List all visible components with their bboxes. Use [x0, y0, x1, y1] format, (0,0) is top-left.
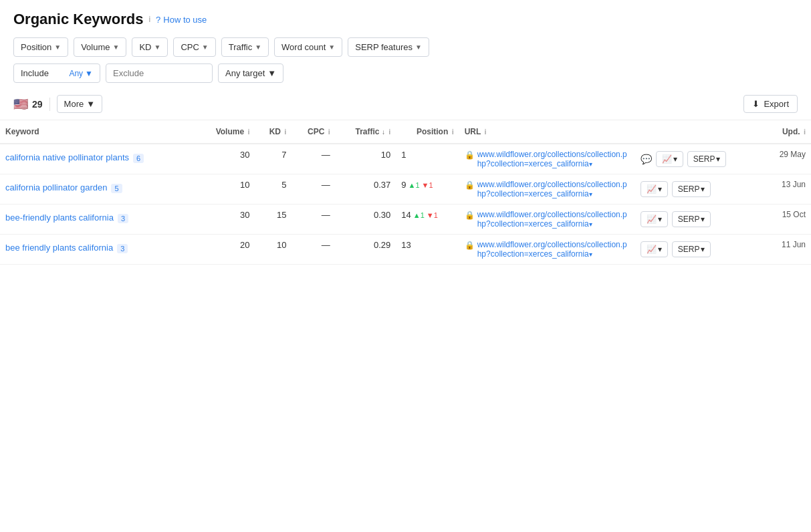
- toolbar-divider: [49, 98, 50, 111]
- how-to-use-link[interactable]: ? How to use: [156, 15, 207, 25]
- trend-button-2[interactable]: 📈 ▾: [641, 211, 668, 227]
- traffic-filter[interactable]: Traffic ▼: [221, 37, 269, 57]
- cpc-cell-0: —: [292, 144, 335, 174]
- export-icon: ⬇: [752, 99, 760, 109]
- url-cell-1: 🔒 www.wildflower.org/collections/collect…: [459, 174, 635, 205]
- kd-info-icon: i: [284, 128, 286, 136]
- keyword-link-3[interactable]: bee friendly plants california: [5, 243, 113, 253]
- serp-features-filter[interactable]: SERP features ▼: [348, 37, 429, 57]
- keywords-table: Keyword Volume i KD i CPC i Traffic ↓: [0, 120, 811, 265]
- kd-filter-arrow: ▼: [154, 43, 161, 51]
- any-arrow-icon: ▼: [85, 69, 93, 78]
- kd-filter[interactable]: KD ▼: [132, 37, 168, 57]
- url-caret-1[interactable]: ▾: [589, 190, 592, 198]
- url-caret-0[interactable]: ▾: [589, 160, 592, 168]
- url-link-3[interactable]: www.wildflower.org/collections/collectio…: [477, 240, 630, 259]
- kd-filter-label: KD: [139, 42, 151, 52]
- export-button[interactable]: ⬇ Export: [743, 95, 798, 113]
- more-button[interactable]: More ▼: [57, 95, 103, 113]
- upd-cell-0: 29 May: [762, 144, 811, 174]
- serp-button-3[interactable]: SERP ▾: [672, 241, 711, 257]
- actions-cell-0: 💬 📈 ▾ SERP ▾: [635, 144, 762, 174]
- pos-dn-1: ▼1: [422, 181, 433, 189]
- serp-button-0[interactable]: SERP ▾: [687, 151, 727, 167]
- traffic-filter-arrow: ▼: [255, 43, 261, 51]
- title-info-icon: i: [148, 15, 150, 24]
- url-caret-3[interactable]: ▾: [589, 251, 592, 258]
- position-cell-2: 14▲1▼1: [396, 205, 459, 235]
- upd-cell-1: 13 Jun: [762, 174, 811, 205]
- chat-icon-0[interactable]: 💬: [641, 154, 652, 164]
- keyword-link-1[interactable]: california pollinator garden: [5, 182, 107, 192]
- upd-cell-2: 15 Oct: [762, 205, 811, 235]
- cpc-filter-label: CPC: [181, 42, 199, 52]
- exclude-input[interactable]: [106, 63, 213, 83]
- keyword-cell-1: california pollinator garden5: [0, 174, 197, 205]
- upd-info-icon: i: [804, 128, 806, 136]
- upd-cell-3: 11 Jun: [762, 235, 811, 265]
- volume-cell-0: 30: [197, 144, 255, 174]
- volume-info-icon: i: [247, 128, 249, 136]
- trend-arrow-3: ▾: [658, 245, 662, 254]
- include-label: Include: [21, 68, 49, 78]
- volume-cell-3: 20: [197, 235, 255, 265]
- lock-icon-1: 🔒: [465, 180, 475, 190]
- question-icon: ?: [156, 15, 160, 25]
- serp-features-filter-arrow: ▼: [415, 43, 422, 51]
- traffic-cell-3: 0.29: [336, 235, 396, 265]
- any-dropdown[interactable]: Any ▼: [69, 69, 93, 78]
- country-count: 🇺🇸 29: [13, 97, 43, 112]
- traffic-filter-label: Traffic: [229, 42, 252, 52]
- serp-button-2[interactable]: SERP ▾: [672, 211, 711, 227]
- more-arrow-icon: ▼: [86, 99, 95, 109]
- serp-button-1[interactable]: SERP ▾: [672, 181, 711, 197]
- cpc-filter[interactable]: CPC ▼: [173, 37, 215, 57]
- position-value-0: 1: [401, 150, 406, 160]
- position-value-3: 13: [401, 240, 411, 250]
- keyword-link-2[interactable]: bee-friendly plants california: [5, 213, 114, 223]
- word-count-badge-3: 3: [117, 244, 128, 253]
- word-count-filter[interactable]: Word count ▼: [274, 37, 342, 57]
- url-link-2[interactable]: www.wildflower.org/collections/collectio…: [477, 210, 630, 229]
- keyword-link-0[interactable]: california native pollinator plants: [5, 152, 129, 162]
- actions-cell-1: 📈 ▾ SERP ▾: [635, 174, 762, 205]
- trend-button-3[interactable]: 📈 ▾: [641, 241, 668, 257]
- url-cell-3: 🔒 www.wildflower.org/collections/collect…: [459, 235, 635, 265]
- trend-button-1[interactable]: 📈 ▾: [641, 181, 668, 197]
- url-cell-2: 🔒 www.wildflower.org/collections/collect…: [459, 205, 635, 235]
- position-cell-0: 1: [396, 144, 459, 174]
- include-filter[interactable]: Include Any ▼: [13, 63, 100, 83]
- actions-cell-2: 📈 ▾ SERP ▾: [635, 205, 762, 235]
- serp-arrow-2: ▾: [701, 215, 705, 224]
- trend-icon-3: 📈: [647, 245, 657, 254]
- serp-label-3: SERP: [678, 245, 700, 254]
- url-link-1[interactable]: www.wildflower.org/collections/collectio…: [477, 180, 630, 198]
- traffic-cell-1: 0.37: [336, 174, 396, 205]
- any-target-filter[interactable]: Any target ▼: [218, 63, 283, 83]
- url-caret-2[interactable]: ▾: [589, 221, 592, 228]
- position-filter[interactable]: Position ▼: [13, 37, 68, 57]
- pos-up-2: ▲1: [413, 211, 425, 219]
- trend-icon-2: 📈: [647, 215, 657, 224]
- traffic-info-icon: i: [388, 128, 390, 136]
- word-count-badge-1: 5: [111, 184, 122, 193]
- word-count-badge-0: 6: [133, 154, 144, 163]
- serp-arrow-1: ▾: [701, 184, 705, 194]
- table-row: california pollinator garden5105—0.379▲1…: [0, 174, 811, 205]
- table-row: bee friendly plants california32010—0.29…: [0, 235, 811, 265]
- url-cell-0: 🔒 www.wildflower.org/collections/collect…: [459, 144, 635, 174]
- word-count-filter-arrow: ▼: [328, 43, 335, 51]
- volume-filter[interactable]: Volume ▼: [74, 37, 126, 57]
- pos-dn-2: ▼1: [427, 211, 438, 219]
- volume-filter-arrow: ▼: [113, 43, 120, 51]
- url-link-0[interactable]: www.wildflower.org/collections/collectio…: [477, 150, 630, 168]
- lock-icon-2: 🔒: [465, 211, 475, 220]
- position-value-1: 9: [401, 180, 406, 190]
- volume-cell-1: 10: [197, 174, 255, 205]
- keyword-cell-2: bee-friendly plants california3: [0, 205, 197, 235]
- word-count-badge-2: 3: [118, 214, 128, 223]
- col-volume: Volume i: [197, 120, 255, 144]
- actions-cell-3: 📈 ▾ SERP ▾: [635, 235, 762, 265]
- trend-button-0[interactable]: 📈 ▾: [656, 151, 683, 167]
- trend-arrow-0: ▾: [673, 154, 677, 164]
